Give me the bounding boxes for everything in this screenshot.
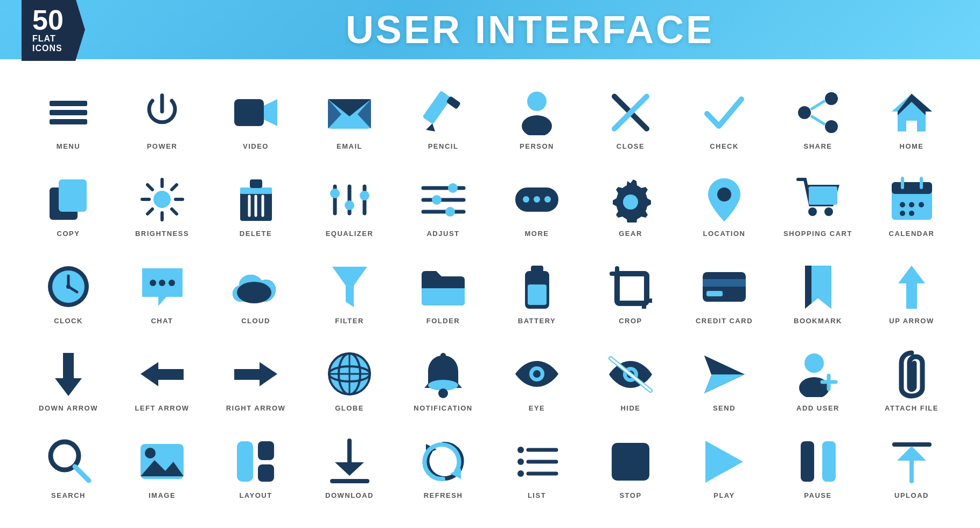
svg-point-41 — [330, 189, 340, 198]
check-icon — [700, 88, 748, 137]
download-label: DOWNLOAD — [325, 491, 374, 499]
svg-marker-96 — [234, 362, 277, 386]
svg-marker-93 — [898, 266, 925, 309]
svg-point-114 — [804, 353, 824, 373]
up-arrow-label: UP ARROW — [889, 317, 934, 325]
chat-icon — [138, 263, 186, 311]
clock-icon — [44, 263, 93, 311]
close-icon — [606, 88, 655, 137]
up-arrow-icon — [887, 263, 936, 311]
credit-card-label: CREDIT CARD — [696, 317, 753, 325]
icon-close: CLOSE — [584, 75, 677, 163]
svg-rect-3 — [234, 99, 264, 126]
pause-label: PAUSE — [804, 491, 831, 499]
svg-rect-125 — [258, 464, 274, 482]
svg-rect-140 — [822, 441, 836, 482]
icon-download: DOWNLOAD — [303, 425, 396, 512]
upload-label: UPLOAD — [894, 491, 929, 499]
svg-point-25 — [153, 191, 171, 208]
icon-upload: UPLOAD — [865, 425, 958, 512]
svg-line-31 — [172, 209, 177, 214]
icon-gear: GEAR — [584, 163, 677, 250]
svg-point-56 — [623, 194, 638, 210]
icon-cloud: CLOUD — [209, 250, 303, 337]
svg-point-54 — [534, 196, 540, 203]
attach-file-icon — [887, 350, 936, 399]
icon-battery: BATTERY — [490, 250, 584, 337]
shopping-cart-icon — [794, 176, 842, 224]
send-icon — [700, 350, 748, 399]
icon-globe: GLOBE — [303, 337, 396, 425]
icons-grid: MENU POWER VIDEO — [0, 59, 980, 528]
upload-icon — [887, 437, 936, 486]
svg-rect-92 — [706, 291, 723, 296]
icon-hide: HIDE — [584, 337, 677, 425]
icon-pencil: PENCIL — [396, 75, 490, 163]
svg-line-119 — [75, 467, 89, 481]
cloud-label: CLOUD — [241, 317, 270, 325]
icon-adjust: ADJUST — [396, 163, 490, 250]
copy-label: COPY — [57, 230, 80, 238]
add-user-label: ADD USER — [796, 404, 839, 412]
brightness-label: BRIGHTNESS — [135, 230, 189, 238]
svg-rect-36 — [250, 179, 262, 188]
icon-list: LIST — [490, 425, 584, 512]
svg-point-66 — [900, 211, 905, 216]
image-label: IMAGE — [149, 491, 176, 499]
svg-point-53 — [523, 196, 529, 203]
person-label: PERSON — [520, 142, 554, 150]
notification-label: NOTIFICATION — [414, 404, 472, 412]
icon-search: SEARCH — [22, 425, 115, 512]
hide-label: HIDE — [620, 404, 640, 412]
icon-person: PERSON — [490, 75, 584, 163]
icon-layout: LAYOUT — [209, 425, 303, 512]
svg-rect-62 — [892, 182, 932, 194]
layout-label: LAYOUT — [239, 491, 272, 499]
left-arrow-icon — [138, 350, 186, 399]
check-label: CHECK — [710, 142, 739, 150]
svg-marker-94 — [55, 353, 82, 396]
icon-send: SEND — [677, 337, 771, 425]
svg-rect-137 — [612, 443, 649, 481]
icon-check: CHECK — [677, 75, 771, 163]
icon-delete: DELETE — [209, 163, 303, 250]
icon-power: POWER — [115, 75, 209, 163]
adjust-icon — [419, 176, 467, 224]
eye-icon — [513, 350, 561, 399]
filter-label: FILTER — [335, 317, 364, 325]
search-label: SEARCH — [51, 491, 86, 499]
svg-marker-4 — [264, 99, 277, 126]
svg-point-77 — [169, 280, 175, 286]
credit-card-icon — [700, 263, 748, 311]
svg-point-59 — [808, 207, 817, 216]
video-label: VIDEO — [243, 142, 269, 150]
icon-clock: CLOCK — [22, 250, 115, 337]
svg-rect-2 — [50, 119, 87, 124]
svg-point-76 — [159, 280, 165, 286]
icon-credit-card: CREDIT CARD — [677, 250, 771, 337]
svg-point-78 — [237, 282, 271, 303]
calendar-icon — [887, 176, 936, 224]
filter-icon — [325, 263, 374, 311]
play-icon — [700, 437, 748, 486]
add-user-icon — [794, 350, 842, 399]
svg-point-74 — [66, 284, 71, 289]
home-label: HOME — [900, 142, 924, 150]
svg-point-67 — [909, 211, 914, 216]
share-label: SHARE — [803, 142, 832, 150]
svg-rect-90 — [703, 272, 746, 302]
email-icon — [325, 88, 374, 137]
delete-icon — [232, 176, 280, 224]
menu-label: MENU — [57, 142, 80, 150]
brightness-icon — [138, 176, 186, 224]
svg-point-104 — [438, 388, 448, 398]
svg-rect-24 — [59, 179, 87, 212]
svg-point-49 — [432, 195, 442, 205]
bookmark-icon — [794, 263, 842, 311]
icon-filter: FILTER — [303, 250, 396, 337]
header: 50 FLAT ICONS USER INTERFACE — [0, 0, 980, 59]
home-icon — [887, 88, 936, 137]
icon-calendar: CALENDAR — [865, 163, 958, 250]
icon-attach-file: ATTACH FILE — [865, 337, 958, 425]
email-label: EMAIL — [337, 142, 362, 150]
